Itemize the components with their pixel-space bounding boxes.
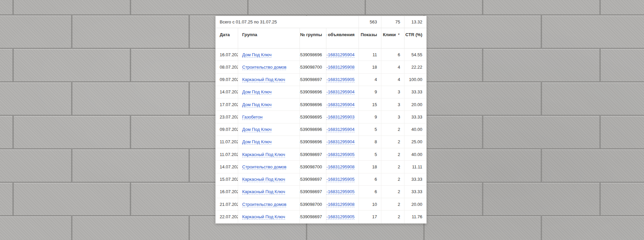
column-header-label: CTR (%) <box>405 32 422 37</box>
ad-id-link-cell: M-16831295908 <box>326 198 359 210</box>
brick-wall-background: Всего с 01.07.25 по 31.07.25 563 75 13.3… <box>0 0 644 240</box>
ad-id-link[interactable]: M-16831295905 <box>326 189 355 194</box>
column-header-label: № объявления <box>326 32 355 37</box>
group-link-cell: Каркасный Под Ключ <box>238 148 300 160</box>
totals-ctr-value: 13.32 <box>404 16 426 28</box>
table-row: 23.07.2025Газобетон5539098695M-168312959… <box>216 111 426 123</box>
date-cell: 08.07.2025 <box>216 61 238 73</box>
ad-id-link[interactable]: M-16831295904 <box>326 52 355 57</box>
shows-cell: 15 <box>359 98 381 110</box>
clicks-cell: 2 <box>381 173 404 185</box>
table-row: 11.07.2025Каркасный Под Ключ5539098697M-… <box>216 148 426 161</box>
ad-id-link[interactable]: M-16831295904 <box>326 89 355 94</box>
totals-shows-value: 563 <box>359 16 381 28</box>
column-header-group[interactable]: Группа <box>238 28 300 48</box>
column-header-clicks[interactable]: Клики▼ <box>381 28 404 48</box>
group-id-cell: 5539098695 <box>300 111 326 123</box>
group-link[interactable]: Каркасный Под Ключ <box>242 152 285 157</box>
shows-cell: 18 <box>359 161 381 173</box>
date-cell: 23.07.2025 <box>216 111 238 123</box>
shows-cell: 11 <box>359 49 381 61</box>
group-link[interactable]: Дом Под Ключ <box>242 139 272 144</box>
ad-id-link-cell: M-16831295905 <box>326 173 359 185</box>
ad-id-link[interactable]: M-16831295903 <box>326 114 355 119</box>
ad-id-link[interactable]: M-16831295905 <box>326 177 355 182</box>
group-id-cell: 5539098696 <box>300 136 326 148</box>
group-link[interactable]: Строительство домов <box>242 202 286 207</box>
clicks-cell: 4 <box>381 74 404 86</box>
group-link[interactable]: Дом Под Ключ <box>242 102 272 107</box>
group-link[interactable]: Газобетон <box>242 114 263 119</box>
ctr-cell: 20.00 <box>404 98 426 110</box>
ad-id-link-cell: M-16831295905 <box>326 186 359 198</box>
group-link[interactable]: Дом Под Ключ <box>242 127 272 132</box>
group-id-cell: 5539098696 <box>300 124 326 136</box>
ad-id-link[interactable]: M-16831295904 <box>326 139 355 144</box>
table-row: 15.07.2025Каркасный Под Ключ5539098697M-… <box>216 173 426 186</box>
ctr-cell: 11.11 <box>404 161 426 173</box>
group-link[interactable]: Каркасный Под Ключ <box>242 177 285 182</box>
date-cell: 16.07.2025 <box>216 186 238 198</box>
column-header-group_id[interactable]: № группы <box>300 28 326 48</box>
group-id-cell: 5539098696 <box>300 86 326 98</box>
table-row: 14.07.2025Дом Под Ключ5539098696M-168312… <box>216 86 426 98</box>
ad-id-link[interactable]: M-16831295908 <box>326 202 355 207</box>
ctr-cell: 11.76 <box>404 211 426 223</box>
ad-id-link[interactable]: M-16831295908 <box>326 164 355 169</box>
date-cell: 17.07.2025 <box>216 98 238 110</box>
shows-cell: 8 <box>359 136 381 148</box>
ad-id-link[interactable]: M-16831295904 <box>326 102 355 107</box>
totals-clicks-value: 75 <box>381 16 404 28</box>
ad-id-link-cell: M-16831295903 <box>326 111 359 123</box>
clicks-cell: 2 <box>381 136 404 148</box>
date-cell: 11.07.2025 <box>216 136 238 148</box>
ad-id-link[interactable]: M-16831295905 <box>326 152 355 157</box>
table-row: 09.07.2025Дом Под Ключ5539098696M-168312… <box>216 124 426 136</box>
shows-cell: 5 <box>359 124 381 136</box>
table-row: 21.07.2025Строительство домов5539098700M… <box>216 198 426 211</box>
date-cell: 14.07.2025 <box>216 86 238 98</box>
clicks-cell: 2 <box>381 124 404 136</box>
column-header-date[interactable]: Дата <box>216 28 238 48</box>
ad-id-link[interactable]: M-16831295905 <box>326 214 355 219</box>
sort-desc-icon: ▼ <box>397 32 400 36</box>
totals-row: Всего с 01.07.25 по 31.07.25 563 75 13.3… <box>216 16 426 28</box>
ad-id-link[interactable]: M-16831295904 <box>326 127 355 132</box>
column-header-ad_id[interactable]: № объявления <box>326 28 359 48</box>
group-link[interactable]: Каркасный Под Ключ <box>242 77 285 82</box>
shows-cell: 17 <box>359 211 381 223</box>
column-header-label: Показы <box>361 32 377 37</box>
totals-period-label: Всего с 01.07.25 по 31.07.25 <box>216 16 359 28</box>
shows-cell: 9 <box>359 86 381 98</box>
ad-id-link-cell: M-16831295904 <box>326 136 359 148</box>
ad-id-link-cell: M-16831295905 <box>326 74 359 86</box>
group-link[interactable]: Строительство домов <box>242 65 286 70</box>
clicks-cell: 2 <box>381 148 404 160</box>
group-link[interactable]: Дом Под Ключ <box>242 52 272 57</box>
ctr-cell: 25.00 <box>404 136 426 148</box>
ad-id-link-cell: M-16831295904 <box>326 124 359 136</box>
ad-id-link-cell: M-16831295905 <box>326 148 359 160</box>
shows-cell: 9 <box>359 111 381 123</box>
group-id-cell: 5539098700 <box>300 61 326 73</box>
group-id-cell: 5539098697 <box>300 186 326 198</box>
header-row: ДатаГруппа№ группы№ объявленияПоказыКлик… <box>216 28 426 49</box>
group-link[interactable]: Дом Под Ключ <box>242 89 272 94</box>
column-header-shows[interactable]: Показы <box>359 28 381 48</box>
date-cell: 16.07.2025 <box>216 49 238 61</box>
group-id-cell: 5539098697 <box>300 74 326 86</box>
ad-id-link[interactable]: M-16831295905 <box>326 77 355 82</box>
group-link[interactable]: Каркасный Под Ключ <box>242 214 285 219</box>
column-header-ctr[interactable]: CTR (%) <box>404 28 426 48</box>
clicks-cell: 2 <box>381 161 404 173</box>
ctr-cell: 33.33 <box>404 173 426 185</box>
ad-id-link[interactable]: M-16831295908 <box>326 65 355 70</box>
group-id-cell: 5539098700 <box>300 198 326 210</box>
group-link-cell: Строительство домов <box>238 198 300 210</box>
group-id-cell: 5539098697 <box>300 211 326 223</box>
clicks-cell: 3 <box>381 111 404 123</box>
group-link[interactable]: Строительство домов <box>242 164 286 169</box>
ctr-cell: 22.22 <box>404 61 426 73</box>
table-row: 16.07.2025Дом Под Ключ5539098696M-168312… <box>216 49 426 61</box>
group-link[interactable]: Каркасный Под Ключ <box>242 189 285 194</box>
